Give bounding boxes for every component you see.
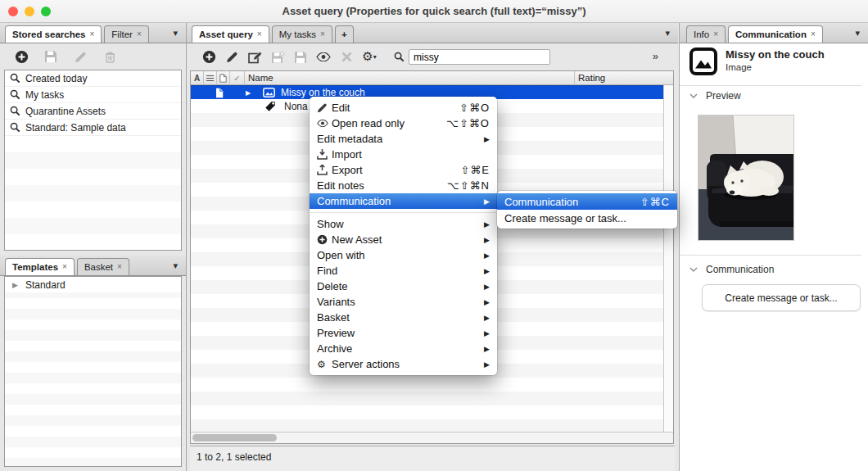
close-window-button[interactable] — [8, 7, 18, 16]
disclosure-triangle-icon[interactable]: ▶ — [12, 281, 18, 289]
close-tab-icon[interactable]: × — [62, 263, 67, 271]
actions-button[interactable]: ⚙▾ — [359, 48, 379, 67]
new-asset-button[interactable] — [199, 48, 219, 67]
column-list-icon[interactable] — [204, 71, 217, 85]
tab-basket[interactable]: Basket × — [77, 258, 129, 275]
menu-item-edit[interactable]: Edit ⇧⌘O — [310, 100, 497, 115]
delete-button[interactable] — [337, 48, 356, 67]
menu-item-variants[interactable]: Variants ▶ — [310, 294, 497, 310]
stored-search-item[interactable]: My tasks — [5, 87, 181, 103]
menu-item-preview[interactable]: Preview ▶ — [310, 325, 497, 341]
close-tab-icon[interactable]: × — [137, 30, 142, 38]
delete-search-button[interactable] — [100, 47, 120, 66]
save-icon — [44, 50, 57, 63]
menu-item-communication[interactable]: Communication ▶ — [310, 193, 497, 209]
chevron-down-icon[interactable]: ▾ — [173, 28, 178, 38]
view-button[interactable] — [314, 48, 333, 67]
edit-metadata-icon — [248, 51, 262, 64]
pencil-icon — [317, 102, 332, 113]
menu-item-server-actions[interactable]: ⚙ Server actions ▶ — [310, 356, 497, 372]
plus-circle-icon — [15, 50, 29, 64]
asset-preview-image[interactable] — [698, 115, 794, 241]
column-checkmark-icon[interactable]: ✓ — [230, 71, 245, 85]
chevron-down-icon[interactable]: ▾ — [665, 28, 670, 38]
menu-item-edit-metadata[interactable]: Edit metadata ▶ — [310, 131, 497, 147]
search-icon — [394, 52, 405, 62]
pencil-icon — [226, 51, 238, 63]
close-tab-icon[interactable]: × — [117, 263, 122, 271]
x-icon — [341, 52, 352, 62]
new-tab-button[interactable]: + — [335, 25, 354, 43]
table-header: A ✓ Name Rating — [191, 71, 673, 85]
edit-search-button[interactable] — [70, 47, 90, 66]
submenu-arrow-icon: ▶ — [484, 251, 490, 260]
menu-item-archive[interactable]: Archive ▶ — [310, 341, 497, 356]
menu-item-basket[interactable]: Basket ▶ — [310, 310, 497, 325]
horizontal-scrollbar[interactable] — [191, 432, 673, 443]
add-search-button[interactable] — [11, 47, 31, 66]
menu-item-new-asset[interactable]: New Asset ▶ — [310, 232, 497, 247]
template-item[interactable]: ▶ Standard — [5, 277, 181, 292]
tab-communication[interactable]: Communication × — [728, 25, 823, 43]
menu-item-export[interactable]: Export ⇧⌘E — [310, 162, 497, 178]
edit-button[interactable] — [222, 48, 242, 67]
toolbar-overflow-chevron[interactable]: » — [653, 50, 658, 62]
close-tab-icon[interactable]: × — [257, 30, 262, 38]
submenu-item-communication[interactable]: Communication ⇧⌘C — [497, 193, 677, 210]
expand-triangle-icon[interactable]: ▶ — [246, 89, 251, 97]
preview-section-header[interactable]: Preview — [689, 90, 741, 102]
menu-item-delete[interactable]: Delete ▶ — [310, 279, 497, 294]
column-document-icon[interactable] — [217, 71, 230, 85]
save-button[interactable] — [291, 48, 310, 67]
tab-my-tasks[interactable]: My tasks × — [272, 25, 332, 43]
tab-label: Templates — [12, 262, 58, 272]
tab-asset-query[interactable]: Asset query × — [192, 25, 269, 43]
save-search-button[interactable] — [41, 47, 61, 66]
save-version-button[interactable] — [268, 48, 287, 67]
submenu-arrow-icon: ▶ — [484, 360, 490, 369]
create-message-button[interactable]: Create message or task... — [702, 284, 861, 311]
close-tab-icon[interactable]: × — [713, 30, 718, 38]
edit-metadata-button[interactable] — [245, 48, 264, 67]
chevron-down-icon[interactable]: ▾ — [855, 28, 860, 38]
column-rating[interactable]: Rating — [574, 71, 673, 85]
import-icon — [317, 149, 332, 160]
communication-section-header[interactable]: Communication — [689, 264, 774, 275]
tab-info[interactable]: Info × — [686, 25, 726, 43]
submenu-item-create-message[interactable]: Create message or task... — [497, 210, 677, 226]
submenu-arrow-icon: ▶ — [484, 329, 490, 337]
tab-label: Basket — [84, 262, 113, 272]
plus-circle-icon — [317, 234, 332, 245]
vertical-scrollbar[interactable] — [663, 85, 673, 432]
section-label: Preview — [706, 90, 741, 102]
column-name[interactable]: Name — [245, 73, 574, 83]
tab-stored-searches[interactable]: Stored searches × — [5, 25, 102, 43]
tab-templates[interactable]: Templates × — [5, 258, 75, 275]
stored-search-item[interactable]: Created today — [5, 70, 181, 87]
submenu-arrow-icon: ▶ — [484, 314, 490, 322]
minimize-window-button[interactable] — [25, 7, 34, 16]
close-tab-icon[interactable]: × — [90, 30, 95, 38]
quick-search — [394, 49, 550, 65]
menu-item-open-with[interactable]: Open with ▶ — [310, 247, 497, 263]
stored-search-item[interactable]: Standard: Sample data — [5, 120, 181, 136]
menu-item-edit-notes[interactable]: Edit notes ⌥⇧⌘N — [310, 178, 497, 193]
close-tab-icon[interactable]: × — [320, 30, 325, 38]
zoom-window-button[interactable] — [41, 7, 51, 16]
stored-search-label: My tasks — [25, 89, 64, 101]
templates-tabbar: Templates × Basket × ▾ — [0, 256, 186, 276]
stored-search-item[interactable]: Quarantine Assets — [5, 103, 181, 120]
stored-searches-toolbar — [0, 43, 186, 70]
menu-item-show[interactable]: Show ▶ — [310, 216, 497, 232]
stored-searches-list: Created today My tasks Quarantine Assets… — [4, 70, 182, 251]
chevron-down-icon[interactable]: ▾ — [173, 260, 178, 271]
scrollbar-thumb[interactable] — [192, 434, 277, 442]
tab-filter[interactable]: Filter × — [104, 25, 148, 43]
submenu-arrow-icon: ▶ — [484, 345, 490, 353]
close-tab-icon[interactable]: × — [811, 30, 816, 38]
menu-item-find[interactable]: Find ▶ — [310, 263, 497, 279]
menu-item-open-read-only[interactable]: Open read only ⌥⇧⌘O — [310, 115, 497, 131]
quick-search-input[interactable] — [409, 49, 550, 65]
menu-item-import[interactable]: Import — [310, 147, 497, 162]
column-annotation-icon[interactable]: A — [191, 71, 204, 85]
